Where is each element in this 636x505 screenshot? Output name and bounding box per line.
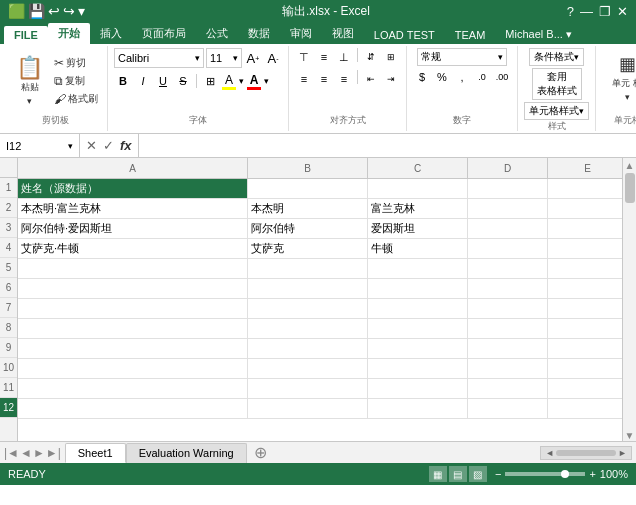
scroll-up-arrow[interactable]: ▲ bbox=[625, 160, 635, 171]
cell-a1[interactable]: 姓名（源数据） bbox=[18, 179, 248, 198]
cell-e10[interactable] bbox=[548, 359, 622, 378]
save-icon[interactable]: 💾 bbox=[28, 3, 45, 19]
formula-input[interactable] bbox=[139, 134, 636, 157]
tab-home[interactable]: 开始 bbox=[48, 23, 90, 44]
cell-a2[interactable]: 本杰明·富兰克林 bbox=[18, 199, 248, 218]
row-num-5[interactable]: 5 bbox=[0, 258, 17, 278]
name-box[interactable]: I12 ▾ bbox=[0, 134, 80, 157]
cell-b8[interactable] bbox=[248, 319, 368, 338]
col-header-d[interactable]: D bbox=[468, 158, 548, 178]
add-sheet-button[interactable]: ⊕ bbox=[251, 443, 271, 463]
bold-button[interactable]: B bbox=[114, 72, 132, 90]
cut-button[interactable]: ✂ 剪切 bbox=[51, 55, 101, 71]
undo-icon[interactable]: ↩ bbox=[48, 3, 60, 19]
restore-button[interactable]: ❐ bbox=[599, 4, 611, 19]
tab-nav-last[interactable]: ►| bbox=[46, 446, 61, 460]
wrap-text-button[interactable]: ⇵ bbox=[362, 48, 380, 66]
cell-e9[interactable] bbox=[548, 339, 622, 358]
tab-view[interactable]: 视图 bbox=[322, 23, 364, 44]
underline-button[interactable]: U bbox=[154, 72, 172, 90]
currency-button[interactable]: $ bbox=[413, 68, 431, 86]
cell-e6[interactable] bbox=[548, 279, 622, 298]
cell-c7[interactable] bbox=[368, 299, 468, 318]
row-num-4[interactable]: 4 bbox=[0, 238, 17, 258]
cell-a9[interactable] bbox=[18, 339, 248, 358]
cell-c2[interactable]: 富兰克林 bbox=[368, 199, 468, 218]
percent-button[interactable]: % bbox=[433, 68, 451, 86]
decrease-font-button[interactable]: A- bbox=[264, 49, 282, 67]
zoom-in-icon[interactable]: + bbox=[589, 468, 595, 480]
align-top-button[interactable]: ⊤ bbox=[295, 48, 313, 66]
tab-nav-next[interactable]: ► bbox=[33, 446, 45, 460]
row-num-1[interactable]: 1 bbox=[0, 178, 17, 198]
italic-button[interactable]: I bbox=[134, 72, 152, 90]
paste-button[interactable]: 📋 粘贴 ▾ bbox=[10, 51, 49, 111]
row-num-8[interactable]: 8 bbox=[0, 318, 17, 338]
cell-e1[interactable] bbox=[548, 179, 622, 198]
increase-font-button[interactable]: A+ bbox=[244, 49, 262, 67]
font-color-button[interactable]: A bbox=[246, 73, 262, 90]
page-layout-view-button[interactable]: ▤ bbox=[449, 466, 467, 482]
cell-b12[interactable] bbox=[248, 399, 368, 418]
cell-b1[interactable] bbox=[248, 179, 368, 198]
cell-d5[interactable] bbox=[468, 259, 548, 278]
tab-load-test[interactable]: LOAD TEST bbox=[364, 26, 445, 44]
customize-qat-icon[interactable]: ▾ bbox=[78, 3, 85, 19]
number-format-dropdown[interactable]: 常规 ▾ bbox=[417, 48, 507, 66]
h-scroll-left[interactable]: ◄ bbox=[545, 448, 554, 458]
cell-c11[interactable] bbox=[368, 379, 468, 398]
cell-b9[interactable] bbox=[248, 339, 368, 358]
col-header-b[interactable]: B bbox=[248, 158, 368, 178]
cell-d4[interactable] bbox=[468, 239, 548, 258]
tab-data[interactable]: 数据 bbox=[238, 23, 280, 44]
tab-insert[interactable]: 插入 bbox=[90, 23, 132, 44]
row-num-9[interactable]: 9 bbox=[0, 338, 17, 358]
cell-b10[interactable] bbox=[248, 359, 368, 378]
comma-button[interactable]: , bbox=[453, 68, 471, 86]
cell-c10[interactable] bbox=[368, 359, 468, 378]
cell-style-button[interactable]: 单元格样式 ▾ bbox=[524, 102, 589, 120]
cell-e2[interactable] bbox=[548, 199, 622, 218]
increase-indent-button[interactable]: ⇥ bbox=[382, 70, 400, 88]
scroll-down-arrow[interactable]: ▼ bbox=[625, 430, 635, 441]
tab-review[interactable]: 审阅 bbox=[280, 23, 322, 44]
merge-button[interactable]: ⊞ bbox=[382, 48, 400, 66]
cell-c6[interactable] bbox=[368, 279, 468, 298]
cell-b6[interactable] bbox=[248, 279, 368, 298]
row-num-11[interactable]: 11 bbox=[0, 378, 17, 398]
font-size-dropdown[interactable]: 11 ▾ bbox=[206, 48, 242, 68]
cell-e3[interactable] bbox=[548, 219, 622, 238]
cell-c1[interactable] bbox=[368, 179, 468, 198]
tab-nav-prev[interactable]: ◄ bbox=[20, 446, 32, 460]
cell-a12[interactable] bbox=[18, 399, 248, 418]
cell-b2[interactable]: 本杰明 bbox=[248, 199, 368, 218]
cell-c4[interactable]: 牛顿 bbox=[368, 239, 468, 258]
cell-d10[interactable] bbox=[468, 359, 548, 378]
format-painter-button[interactable]: 🖌 格式刷 bbox=[51, 91, 101, 107]
page-break-view-button[interactable]: ▨ bbox=[469, 466, 487, 482]
increase-decimal-button[interactable]: .00 bbox=[493, 68, 511, 86]
align-left-button[interactable]: ≡ bbox=[295, 70, 313, 88]
formula-cancel-icon[interactable]: ✕ bbox=[84, 138, 99, 153]
col-header-e[interactable]: E bbox=[548, 158, 622, 178]
row-num-2[interactable]: 2 bbox=[0, 198, 17, 218]
strikethrough-button[interactable]: S bbox=[174, 72, 192, 90]
cell-a6[interactable] bbox=[18, 279, 248, 298]
cell-c12[interactable] bbox=[368, 399, 468, 418]
row-num-12[interactable]: 12 bbox=[0, 398, 17, 418]
formula-confirm-icon[interactable]: ✓ bbox=[101, 138, 116, 153]
h-scroll-right[interactable]: ► bbox=[618, 448, 627, 458]
paste-dropdown-icon[interactable]: ▾ bbox=[27, 96, 32, 106]
font-name-dropdown[interactable]: Calibri ▾ bbox=[114, 48, 204, 68]
cell-c5[interactable] bbox=[368, 259, 468, 278]
font-color-arrow[interactable]: ▾ bbox=[264, 76, 269, 86]
conditional-format-button[interactable]: 条件格式 ▾ bbox=[529, 48, 584, 66]
cell-d12[interactable] bbox=[468, 399, 548, 418]
cell-e8[interactable] bbox=[548, 319, 622, 338]
vertical-scrollbar[interactable]: ▲ ▼ bbox=[622, 158, 636, 441]
zoom-slider[interactable] bbox=[505, 472, 585, 476]
cell-b3[interactable]: 阿尔伯特 bbox=[248, 219, 368, 238]
cell-c9[interactable] bbox=[368, 339, 468, 358]
align-bottom-button[interactable]: ⊥ bbox=[335, 48, 353, 66]
cell-c8[interactable] bbox=[368, 319, 468, 338]
